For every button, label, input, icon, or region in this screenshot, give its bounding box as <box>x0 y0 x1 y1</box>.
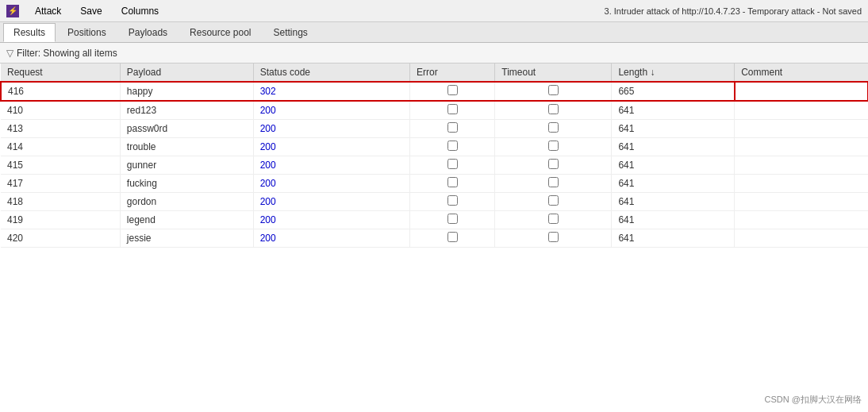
table-cell[interactable] <box>410 211 495 229</box>
col-payload[interactable]: Payload <box>120 64 253 82</box>
menu-save[interactable]: Save <box>77 4 105 18</box>
table-row[interactable]: 417fucking200641 <box>1 175 868 193</box>
table-cell: 200 <box>253 211 409 229</box>
table-cell: 200 <box>253 175 409 193</box>
table-cell: 415 <box>1 156 120 175</box>
table-cell <box>735 101 868 120</box>
table-cell: 302 <box>253 82 409 101</box>
table-cell[interactable] <box>410 138 495 156</box>
table-cell: 641 <box>612 229 735 248</box>
table-cell[interactable] <box>410 82 495 101</box>
filter-icon: ▽ <box>6 48 13 59</box>
table-cell: 413 <box>1 120 120 138</box>
table-cell: 641 <box>612 193 735 211</box>
table-cell: 641 <box>612 175 735 193</box>
table-cell: 641 <box>612 156 735 175</box>
table-cell: happy <box>120 82 253 101</box>
table-cell <box>735 229 868 248</box>
col-length[interactable]: Length ↓ <box>612 64 735 82</box>
table-cell: 416 <box>1 82 120 101</box>
table-cell: 417 <box>1 175 120 193</box>
table-cell[interactable] <box>410 101 495 120</box>
menu-attack[interactable]: Attack <box>32 4 64 18</box>
table-cell[interactable] <box>410 175 495 193</box>
table-cell: gordon <box>120 193 253 211</box>
table-cell: 414 <box>1 138 120 156</box>
table-cell: 665 <box>612 82 735 101</box>
table-cell: 410 <box>1 101 120 120</box>
table-cell: 200 <box>253 229 409 248</box>
title-bar: ⚡ Attack Save Columns 3. Intruder attack… <box>0 0 868 22</box>
table-cell[interactable] <box>410 156 495 175</box>
table-row[interactable]: 418gordon200641 <box>1 193 868 211</box>
col-status-code[interactable]: Status code <box>253 64 409 82</box>
table-cell: passw0rd <box>120 120 253 138</box>
table-cell[interactable] <box>495 229 612 248</box>
results-table-container: Request Payload Status code Error Timeou… <box>0 64 868 412</box>
filter-bar[interactable]: ▽ Filter: Showing all items <box>0 43 868 64</box>
table-row[interactable]: 414trouble200641 <box>1 138 868 156</box>
table-cell <box>735 156 868 175</box>
table-cell: trouble <box>120 138 253 156</box>
watermark: CSDN @扣脚大汉在网络 <box>765 394 862 406</box>
tab-settings[interactable]: Settings <box>263 23 317 42</box>
table-header-row: Request Payload Status code Error Timeou… <box>1 64 868 82</box>
window-title: 3. Intruder attack of http://10.4.7.23 -… <box>605 6 862 16</box>
table-row[interactable]: 419legend200641 <box>1 211 868 229</box>
table-cell: 641 <box>612 138 735 156</box>
nav-tabs: Results Positions Payloads Resource pool… <box>0 22 868 43</box>
tab-positions[interactable]: Positions <box>57 23 117 42</box>
tab-results[interactable]: Results <box>3 23 56 42</box>
menu-columns[interactable]: Columns <box>118 4 162 18</box>
title-bar-left: ⚡ Attack Save Columns <box>6 4 162 18</box>
table-cell: fucking <box>120 175 253 193</box>
table-cell[interactable] <box>495 82 612 101</box>
table-cell[interactable] <box>495 175 612 193</box>
col-timeout[interactable]: Timeout <box>495 64 612 82</box>
table-cell[interactable] <box>410 120 495 138</box>
table-cell <box>735 193 868 211</box>
table-cell <box>735 120 868 138</box>
table-cell: jessie <box>120 229 253 248</box>
table-cell <box>735 138 868 156</box>
table-cell: 200 <box>253 156 409 175</box>
filter-label: Filter: Showing all items <box>17 48 117 59</box>
table-cell: 200 <box>253 193 409 211</box>
table-cell[interactable] <box>410 193 495 211</box>
col-error[interactable]: Error <box>410 64 495 82</box>
table-cell: 418 <box>1 193 120 211</box>
table-cell[interactable] <box>495 101 612 120</box>
table-cell: 641 <box>612 211 735 229</box>
table-cell: legend <box>120 211 253 229</box>
col-request[interactable]: Request <box>1 64 120 82</box>
table-cell <box>735 82 868 101</box>
table-row[interactable]: 410red123200641 <box>1 101 868 120</box>
table-row[interactable]: 420jessie200641 <box>1 229 868 248</box>
table-cell[interactable] <box>495 193 612 211</box>
col-comment[interactable]: Comment <box>735 64 868 82</box>
table-cell: 641 <box>612 101 735 120</box>
table-cell[interactable] <box>495 211 612 229</box>
table-cell: gunner <box>120 156 253 175</box>
table-cell: 420 <box>1 229 120 248</box>
table-cell[interactable] <box>495 120 612 138</box>
table-cell: 419 <box>1 211 120 229</box>
table-cell <box>735 211 868 229</box>
tab-payloads[interactable]: Payloads <box>118 23 178 42</box>
table-cell[interactable] <box>410 229 495 248</box>
table-cell <box>735 175 868 193</box>
table-row[interactable]: 413passw0rd200641 <box>1 120 868 138</box>
tab-resource-pool[interactable]: Resource pool <box>179 23 261 42</box>
table-cell[interactable] <box>495 138 612 156</box>
table-row[interactable]: 416happy302665 <box>1 82 868 101</box>
table-row[interactable]: 415gunner200641 <box>1 156 868 175</box>
table-cell: red123 <box>120 101 253 120</box>
table-cell: 641 <box>612 120 735 138</box>
results-table: Request Payload Status code Error Timeou… <box>0 64 868 248</box>
table-cell[interactable] <box>495 156 612 175</box>
table-cell: 200 <box>253 138 409 156</box>
app-icon: ⚡ <box>6 5 19 17</box>
table-cell: 200 <box>253 120 409 138</box>
table-cell: 200 <box>253 101 409 120</box>
